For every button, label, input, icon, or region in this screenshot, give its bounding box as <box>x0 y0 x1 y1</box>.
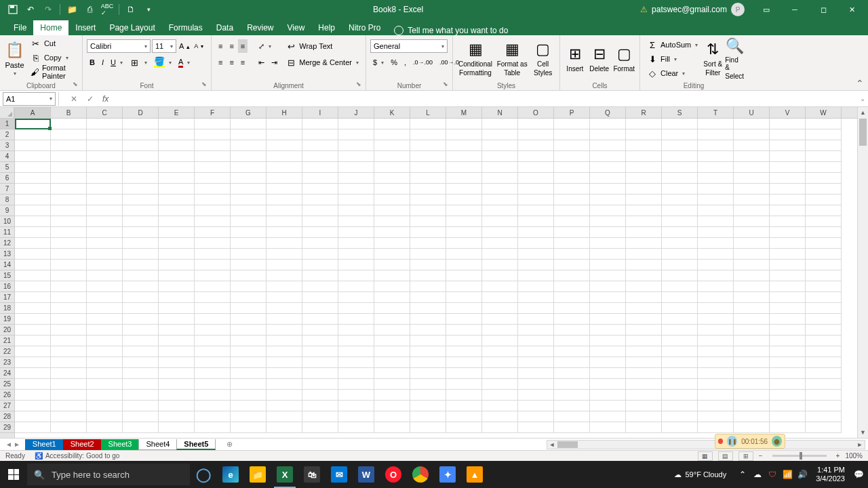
cell[interactable] <box>734 184 770 195</box>
insert-cells-button[interactable]: ⊞Insert <box>564 37 586 80</box>
column-header[interactable]: W <box>806 107 842 118</box>
cancel-formula-button[interactable]: ✕ <box>67 92 81 106</box>
cell[interactable] <box>554 173 590 184</box>
font-size-select[interactable]: 11▾ <box>152 39 176 53</box>
cell[interactable] <box>806 281 842 292</box>
cell[interactable] <box>338 325 374 336</box>
column-header[interactable]: D <box>123 107 159 118</box>
cell[interactable] <box>159 379 195 390</box>
cell[interactable] <box>87 336 123 346</box>
cell[interactable] <box>698 270 734 281</box>
cell[interactable] <box>626 119 662 129</box>
cell[interactable] <box>195 238 231 249</box>
row-header[interactable]: 10 <box>0 216 14 227</box>
cell[interactable] <box>267 162 302 173</box>
cell[interactable] <box>159 151 195 162</box>
cell[interactable] <box>554 346 590 357</box>
cell[interactable] <box>159 422 195 433</box>
cell[interactable] <box>734 216 770 227</box>
cell[interactable] <box>231 346 267 357</box>
cell[interactable] <box>446 357 482 368</box>
cell[interactable] <box>195 303 231 314</box>
column-header[interactable]: H <box>267 107 302 118</box>
cell[interactable] <box>806 368 842 379</box>
cell[interactable] <box>770 368 806 379</box>
cell[interactable] <box>15 314 51 325</box>
cell[interactable] <box>267 173 302 184</box>
cell[interactable] <box>662 205 698 216</box>
cell[interactable] <box>338 411 374 422</box>
cell[interactable] <box>806 184 842 195</box>
cell[interactable] <box>15 205 51 216</box>
cell[interactable] <box>446 140 482 151</box>
cell[interactable] <box>482 314 518 325</box>
column-header[interactable]: P <box>554 107 590 118</box>
cell[interactable] <box>374 379 410 390</box>
cell[interactable] <box>267 227 302 238</box>
cell[interactable] <box>87 260 123 270</box>
orientation-button[interactable]: ⤢▾ <box>256 39 274 53</box>
cell[interactable] <box>734 336 770 346</box>
cell[interactable] <box>195 401 231 411</box>
cell[interactable] <box>626 346 662 357</box>
align-bottom-button[interactable]: ≡ <box>238 39 248 53</box>
cell[interactable] <box>87 270 123 281</box>
cell[interactable] <box>195 119 231 129</box>
cell[interactable] <box>554 379 590 390</box>
row-header[interactable]: 22 <box>0 346 14 357</box>
cell[interactable] <box>734 401 770 411</box>
cell[interactable] <box>231 129 267 140</box>
cell[interactable] <box>734 303 770 314</box>
cell[interactable] <box>446 390 482 401</box>
cell[interactable] <box>302 151 338 162</box>
cell[interactable] <box>15 368 51 379</box>
cell[interactable] <box>806 162 842 173</box>
cell[interactable] <box>87 325 123 336</box>
cell[interactable] <box>267 281 302 292</box>
cell[interactable] <box>374 346 410 357</box>
cell[interactable] <box>87 390 123 401</box>
cell[interactable] <box>231 205 267 216</box>
cell[interactable] <box>662 346 698 357</box>
cell[interactable] <box>159 325 195 336</box>
fill-button[interactable]: ⬇Fill▾ <box>644 52 701 66</box>
cell[interactable] <box>518 184 554 195</box>
cell[interactable] <box>518 379 554 390</box>
cell[interactable] <box>87 119 123 129</box>
cell[interactable] <box>338 238 374 249</box>
cut-button[interactable]: ✂Cut <box>28 37 78 50</box>
cell[interactable] <box>446 205 482 216</box>
page-break-view-button[interactable]: ⊞ <box>738 451 753 461</box>
cell[interactable] <box>626 249 662 260</box>
cell[interactable] <box>806 422 842 433</box>
column-header[interactable]: M <box>446 107 482 118</box>
cell[interactable] <box>698 205 734 216</box>
cell[interactable] <box>159 162 195 173</box>
cell[interactable] <box>338 314 374 325</box>
cell[interactable] <box>806 216 842 227</box>
cell[interactable] <box>518 205 554 216</box>
cell[interactable] <box>15 346 51 357</box>
cell[interactable] <box>51 401 87 411</box>
cell[interactable] <box>806 119 842 129</box>
cell[interactable] <box>482 422 518 433</box>
row-header[interactable]: 24 <box>0 368 14 379</box>
cell[interactable] <box>734 325 770 336</box>
cell[interactable] <box>123 249 159 260</box>
font-color-button[interactable]: A▾ <box>176 56 193 69</box>
tab-view[interactable]: View <box>281 20 312 35</box>
cell[interactable] <box>51 379 87 390</box>
cell[interactable] <box>518 162 554 173</box>
tab-review[interactable]: Review <box>240 20 280 35</box>
taskbar-chrome[interactable] <box>407 461 434 488</box>
cell[interactable] <box>410 325 446 336</box>
cell[interactable] <box>195 346 231 357</box>
cell[interactable] <box>410 249 446 260</box>
paste-button[interactable]: 📋 Paste ▾ <box>4 37 25 80</box>
row-header[interactable]: 15 <box>0 270 14 281</box>
autosum-button[interactable]: ΣAutoSum▾ <box>644 38 701 52</box>
cell[interactable] <box>446 314 482 325</box>
cell[interactable] <box>267 260 302 270</box>
cell[interactable] <box>195 173 231 184</box>
cell[interactable] <box>374 238 410 249</box>
